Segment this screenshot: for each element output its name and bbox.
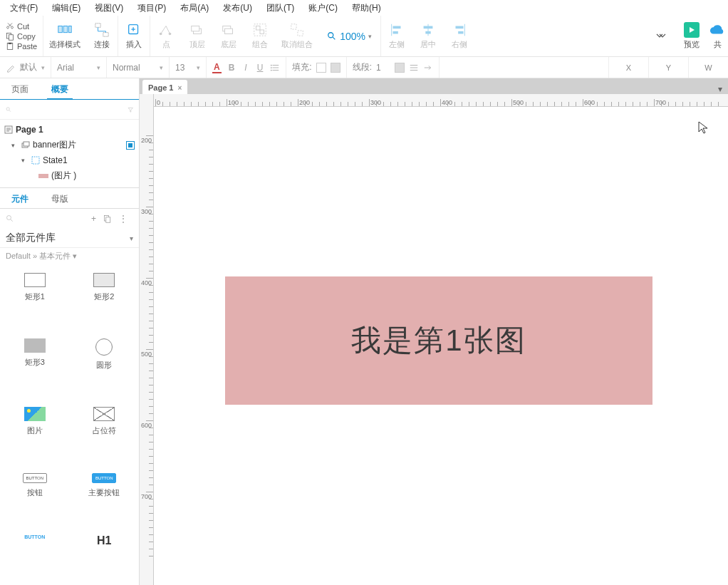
- line-color-swatch[interactable]: [395, 63, 405, 73]
- ungroup-button[interactable]: 取消组合: [276, 22, 318, 50]
- bold-button[interactable]: B: [226, 63, 238, 73]
- align-right-button[interactable]: 右侧: [444, 22, 475, 50]
- tree-banner[interactable]: ▾ banner图片: [0, 137, 139, 153]
- svg-point-36: [7, 216, 11, 220]
- svg-rect-34: [24, 142, 29, 146]
- tab-widgets[interactable]: 元件: [0, 188, 40, 208]
- menu-help[interactable]: 帮助(H): [345, 1, 388, 16]
- widget-rect3[interactable]: 矩形3: [0, 333, 70, 401]
- svg-rect-7: [95, 24, 100, 28]
- paste-button[interactable]: Paste: [4, 41, 38, 51]
- coord-x: X: [608, 57, 648, 78]
- text-color-button[interactable]: A: [212, 62, 222, 73]
- svg-point-29: [271, 67, 272, 68]
- insert-button[interactable]: 插入: [118, 22, 150, 50]
- widget-primary-button[interactable]: BUTTON主要按钮: [70, 467, 140, 529]
- tree-state1[interactable]: ▾ State1: [0, 153, 139, 167]
- copy-icon[interactable]: [103, 214, 112, 223]
- widget-rect1[interactable]: 矩形1: [0, 267, 70, 333]
- widget-button[interactable]: BUTTON按钮: [0, 467, 70, 529]
- menu-project[interactable]: 项目(P): [130, 1, 173, 16]
- align-left-button[interactable]: 左侧: [381, 22, 412, 50]
- zoom-control[interactable]: 100% ▾: [318, 31, 380, 42]
- svg-rect-38: [106, 217, 110, 223]
- filter-icon[interactable]: [128, 105, 134, 114]
- widget-grid: 矩形1 矩形2 矩形3 圆形 图片 占位符 BUTTON按钮 BUTTON主要按…: [0, 264, 139, 585]
- widget-rect2[interactable]: 矩形2: [70, 267, 140, 333]
- fill-control[interactable]: 填充:: [286, 57, 346, 78]
- close-tab-icon[interactable]: ×: [177, 84, 182, 92]
- widget-circle[interactable]: 圆形: [70, 333, 140, 401]
- weight-selector[interactable]: ▾: [107, 57, 170, 78]
- toolbar-overflow[interactable]: [645, 33, 677, 40]
- arrow-style-icon[interactable]: [423, 63, 433, 73]
- point-button[interactable]: 点: [150, 22, 182, 50]
- fill-swatch-2[interactable]: [331, 63, 340, 73]
- share-button[interactable]: 共: [707, 22, 728, 50]
- fill-swatch[interactable]: [316, 63, 326, 73]
- menu-team[interactable]: 团队(T): [259, 1, 301, 16]
- svg-rect-15: [225, 29, 233, 33]
- widget-h1[interactable]: H1: [70, 529, 140, 582]
- line-style-icon[interactable]: [409, 63, 419, 73]
- menu-edit[interactable]: 编辑(E): [45, 1, 88, 16]
- italic-button[interactable]: I: [241, 63, 249, 73]
- menu-account[interactable]: 账户(C): [301, 1, 345, 16]
- outline-search[interactable]: [0, 100, 139, 120]
- widget-image[interactable]: 图片: [0, 401, 70, 467]
- underline-button[interactable]: U: [254, 63, 266, 73]
- copy-button[interactable]: Copy: [4, 31, 38, 41]
- menu-view[interactable]: 视图(V): [88, 1, 130, 16]
- library-selector[interactable]: 全部元件库▾: [0, 229, 139, 248]
- svg-rect-1: [9, 34, 14, 40]
- add-widget-button[interactable]: +: [91, 214, 96, 224]
- widget-link[interactable]: BUTTON: [0, 529, 70, 582]
- svg-rect-17: [256, 26, 261, 31]
- chevron-double-icon: [655, 33, 667, 40]
- svg-point-10: [160, 33, 162, 36]
- line-control[interactable]: 线段:: [347, 57, 440, 78]
- widget-placeholder[interactable]: 占位符: [70, 401, 140, 467]
- ungroup-icon: [289, 22, 305, 38]
- ruler-corner: [140, 94, 154, 107]
- dynamic-panel-icon: [21, 141, 30, 150]
- visibility-toggle[interactable]: [126, 141, 135, 150]
- page-tab[interactable]: Page 1×: [142, 80, 187, 94]
- tree-image[interactable]: (图片 ): [0, 167, 139, 184]
- group-button[interactable]: 组合: [244, 22, 276, 50]
- canvas[interactable]: 我是第1张图: [154, 107, 728, 585]
- connect-button[interactable]: 连接: [86, 22, 118, 50]
- select-mode-button[interactable]: 选择模式: [43, 22, 86, 50]
- font-selector[interactable]: ▾: [51, 57, 107, 78]
- cut-button[interactable]: Cut: [4, 21, 38, 31]
- align-center-button[interactable]: 居中: [412, 22, 444, 50]
- cloud-icon: [709, 22, 725, 38]
- library-breadcrumb[interactable]: Default » 基本元件 ▾: [0, 248, 139, 264]
- svg-point-11: [169, 33, 172, 36]
- preview-button[interactable]: 预览: [677, 22, 707, 50]
- menu-bar: 文件(F) 编辑(E) 视图(V) 项目(P) 布局(A) 发布(U) 团队(T…: [0, 0, 728, 16]
- menu-file[interactable]: 文件(F): [3, 1, 45, 16]
- tab-outline[interactable]: 概要: [40, 78, 80, 99]
- top-button[interactable]: 顶层: [182, 22, 213, 50]
- more-button[interactable]: ⋮: [119, 214, 128, 224]
- bottom-button[interactable]: 底层: [213, 22, 244, 50]
- list-icon[interactable]: [270, 63, 280, 73]
- page-tab-menu[interactable]: ▾: [712, 84, 728, 94]
- svg-point-31: [6, 107, 9, 110]
- menu-publish[interactable]: 发布(U): [216, 1, 259, 16]
- top-icon: [189, 22, 205, 38]
- vertical-ruler: 200300400500600700: [140, 107, 154, 585]
- size-selector[interactable]: ▾: [170, 57, 207, 78]
- svg-rect-26: [455, 26, 463, 29]
- svg-rect-35: [32, 157, 39, 164]
- cursor-icon: [698, 121, 708, 134]
- tab-page[interactable]: 页面: [0, 78, 40, 99]
- banner-widget[interactable]: 我是第1张图: [225, 276, 652, 405]
- style-selector[interactable]: 默认▾: [0, 57, 51, 78]
- banner-text: 我是第1张图: [351, 321, 526, 361]
- menu-layout[interactable]: 布局(A): [173, 1, 216, 16]
- tab-masters[interactable]: 母版: [40, 188, 80, 208]
- tree-page[interactable]: Page 1: [0, 123, 139, 137]
- align-left-icon: [389, 22, 405, 38]
